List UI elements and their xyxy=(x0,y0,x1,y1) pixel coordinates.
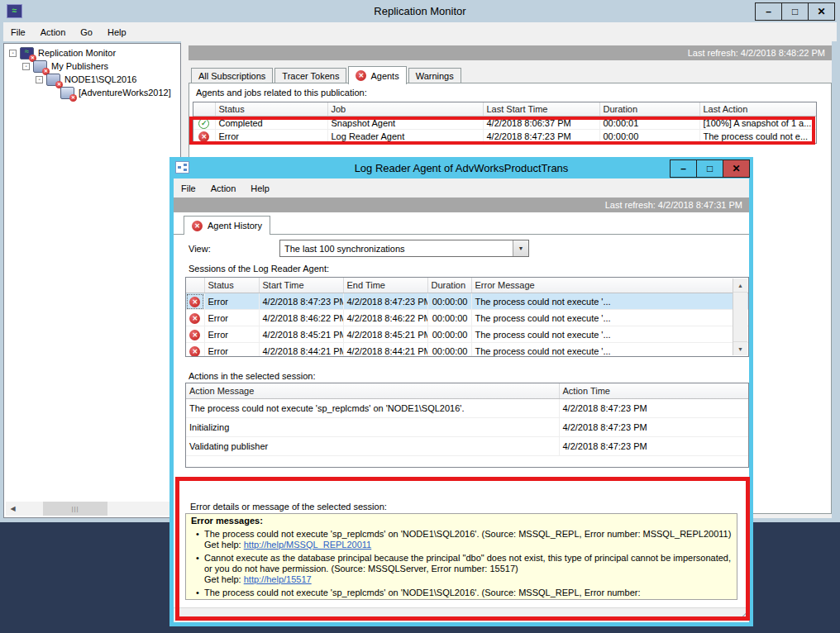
menu-file[interactable]: File xyxy=(3,27,33,37)
error-status-icon xyxy=(356,70,366,81)
tree-item-adventureworks2012[interactable]: ✕ [AdventureWorks2012] xyxy=(4,86,180,99)
table-header-row: Action Message Action Time xyxy=(186,383,749,399)
action-row[interactable]: The process could not execute 'sp_replcm… xyxy=(186,399,749,418)
dialog-menu-help[interactable]: Help xyxy=(243,183,277,193)
tab-tracer-tokens[interactable]: Tracer Tokens xyxy=(274,68,346,83)
main-menubar: File Action Go Help xyxy=(3,22,837,41)
replication-monitor-error-icon: ✕ xyxy=(20,47,34,59)
column-header-action-time[interactable]: Action Time xyxy=(559,383,749,399)
minimize-button[interactable]: – xyxy=(755,2,782,21)
agents-section-label: Agents and jobs related to this publicat… xyxy=(196,88,367,98)
dialog-app-icon xyxy=(175,161,189,174)
menu-action[interactable]: Action xyxy=(33,27,74,37)
collapse-icon[interactable]: - xyxy=(36,76,43,83)
dialog-minimize-button[interactable]: – xyxy=(670,159,697,178)
column-header-end-time[interactable]: End Time xyxy=(343,278,427,293)
tab-agent-history[interactable]: Agent History xyxy=(184,216,270,235)
sessions-table: Status Start Time End Time Duration Erro… xyxy=(185,277,749,357)
annotation-highlight-error-details xyxy=(175,477,750,621)
dialog-last-refresh-text: Last refresh: 4/2/2018 8:47:31 PM xyxy=(605,200,742,210)
view-dropdown-value: The last 100 synchronizations xyxy=(280,240,513,256)
collapse-icon[interactable]: - xyxy=(22,63,30,70)
dialog-title: Log Reader Agent of AdvWorksProductTrans xyxy=(169,162,753,174)
action-row[interactable]: Initializing 4/2/2018 8:47:23 PM xyxy=(186,418,749,437)
scroll-up-icon[interactable]: ▲ xyxy=(733,278,747,293)
session-row[interactable]: Error 4/2/2018 8:46:22 PM 4/2/2018 8:46:… xyxy=(186,310,749,326)
dialog-menubar: File Action Help xyxy=(174,178,749,198)
tree-item-node1-sql2016[interactable]: - ✕ NODE1\SQL2016 xyxy=(4,73,180,86)
table-header-row: Status Start Time End Time Duration Erro… xyxy=(186,278,749,293)
dialog-maximize-button[interactable]: □ xyxy=(696,159,723,178)
column-header-status[interactable]: Status xyxy=(204,278,259,293)
session-row[interactable]: Error 4/2/2018 8:45:21 PM 4/2/2018 8:45:… xyxy=(186,326,749,343)
column-header-error-message[interactable]: Error Message xyxy=(471,278,749,293)
maximize-button[interactable]: □ xyxy=(781,2,809,21)
error-status-icon xyxy=(189,330,200,340)
scrollbar-track[interactable]: ||| xyxy=(20,502,179,516)
column-header-icon[interactable] xyxy=(186,278,204,293)
error-status-icon xyxy=(192,221,203,231)
tab-warnings[interactable]: Warnings xyxy=(408,68,461,83)
annotation-highlight-error-row xyxy=(189,117,815,145)
dialog-close-button[interactable]: ✕ xyxy=(723,159,750,178)
main-last-refresh-bar: Last refresh: 4/2/2018 8:48:22 PM xyxy=(189,45,832,60)
tree-label: NODE1\SQL2016 xyxy=(64,74,136,84)
column-header-duration[interactable]: Duration xyxy=(599,102,699,117)
tree-label: My Publishers xyxy=(51,61,108,71)
publisher-tree-panel: - ✕ Replication Monitor - ✕ My Publisher… xyxy=(3,43,181,518)
view-dropdown[interactable]: The last 100 synchronizations ▼ xyxy=(279,240,529,257)
dialog-menu-file[interactable]: File xyxy=(174,183,203,193)
main-tab-strip: All Subscriptions Tracer Tokens Agents W… xyxy=(191,65,463,83)
menu-help[interactable]: Help xyxy=(100,27,134,37)
sessions-label: Sessions of the Log Reader Agent: xyxy=(189,264,329,274)
column-header-start-time[interactable]: Start Time xyxy=(259,278,343,293)
main-titlebar[interactable]: ≈ Replication Monitor – □ ✕ xyxy=(0,0,840,22)
close-button[interactable]: ✕ xyxy=(808,2,835,21)
actions-table: Action Message Action Time The process c… xyxy=(185,383,749,468)
scroll-left-icon[interactable]: ◀ xyxy=(6,502,20,516)
menu-go[interactable]: Go xyxy=(73,27,100,37)
main-window-title: Replication Monitor xyxy=(0,5,840,17)
dialog-titlebar[interactable]: Log Reader Agent of AdvWorksProductTrans… xyxy=(169,157,753,178)
tab-all-subscriptions[interactable]: All Subscriptions xyxy=(191,68,273,83)
column-header-icon[interactable] xyxy=(193,102,215,117)
server-error-icon: ✕ xyxy=(46,74,60,86)
main-window-controls: – □ ✕ xyxy=(756,2,835,21)
view-label: View: xyxy=(189,244,211,254)
column-header-status[interactable]: Status xyxy=(215,102,327,117)
actions-label: Actions in the selected session: xyxy=(189,371,315,381)
tree-horizontal-scrollbar[interactable]: ◀ ||| xyxy=(6,502,179,516)
column-header-duration[interactable]: Duration xyxy=(427,278,471,293)
publication-error-icon: ✕ xyxy=(60,87,74,99)
collapse-icon[interactable]: - xyxy=(9,50,17,57)
tree-item-replication-monitor[interactable]: - ✕ Replication Monitor xyxy=(4,46,180,59)
column-header-last-start-time[interactable]: Last Start Time xyxy=(483,102,599,117)
publishers-error-icon: ✕ xyxy=(33,60,47,73)
dialog-last-refresh-bar: Last refresh: 4/2/2018 8:47:31 PM xyxy=(174,198,749,212)
replication-monitor-app-icon: ≈ xyxy=(7,4,22,18)
column-header-action-message[interactable]: Action Message xyxy=(186,383,559,399)
dialog-window-controls: – □ ✕ xyxy=(671,159,750,178)
main-last-refresh-text: Last refresh: 4/2/2018 8:48:22 PM xyxy=(688,48,825,58)
tree-label: Replication Monitor xyxy=(38,48,116,58)
table-header-row: Status Job Last Start Time Duration Last… xyxy=(193,102,817,117)
scroll-down-icon[interactable]: ▼ xyxy=(733,341,747,355)
column-header-job[interactable]: Job xyxy=(327,102,483,117)
scrollbar-thumb[interactable]: ||| xyxy=(43,502,107,516)
error-status-icon xyxy=(189,346,200,357)
chevron-down-icon[interactable]: ▼ xyxy=(513,240,528,256)
column-header-last-action[interactable]: Last Action xyxy=(699,102,817,117)
dialog-menu-action[interactable]: Action xyxy=(203,183,244,193)
error-status-icon xyxy=(189,313,200,324)
error-status-icon xyxy=(189,297,200,307)
sessions-vertical-scrollbar[interactable]: ▲ ▼ xyxy=(733,278,747,355)
action-row[interactable]: Validating publisher 4/2/2018 8:47:23 PM xyxy=(186,437,749,456)
session-row[interactable]: Error 4/2/2018 8:47:23 PM 4/2/2018 8:47:… xyxy=(186,293,749,310)
session-row[interactable]: Error 4/2/2018 8:44:21 PM 4/2/2018 8:44:… xyxy=(186,343,749,358)
tree-label: [AdventureWorks2012] xyxy=(79,88,171,98)
tab-agents[interactable]: Agents xyxy=(348,66,406,84)
